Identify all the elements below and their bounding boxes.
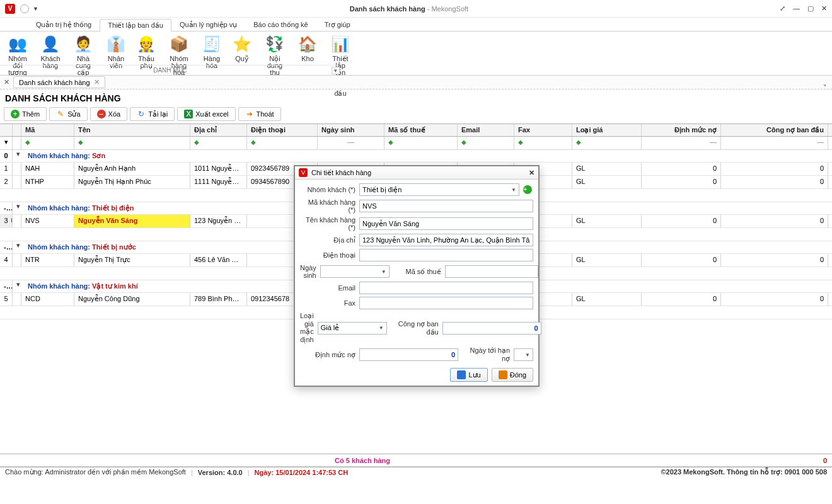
- close-button[interactable]: Đóng: [492, 368, 533, 382]
- field-loaigia[interactable]: Giá lẻ▼: [318, 322, 387, 335]
- grid-totals: Có 5 khách hàng 0: [0, 454, 832, 467]
- total-summary: Có 5 khách hàng: [0, 457, 725, 464]
- win-minimize-icon[interactable]: —: [793, 4, 800, 13]
- action-toolbar: +Thêm ✎Sửa –Xóa ↻Tải lại XXuất excel ➜Th…: [0, 107, 832, 123]
- col-congno[interactable]: Công nợ ban đầu: [721, 124, 828, 136]
- lbl-nhomkhach: Nhóm khách (*): [300, 186, 357, 193]
- filter-ns[interactable]: —: [318, 137, 384, 149]
- filter-icon: ◆: [518, 139, 523, 146]
- col-fax[interactable]: Fax: [514, 124, 572, 136]
- col-ten[interactable]: Tên: [74, 124, 190, 136]
- collapse-icon[interactable]: ▾: [13, 150, 24, 162]
- col-dienthoai[interactable]: Điện thoại: [247, 124, 318, 136]
- tab-trogiup[interactable]: Trợ giúp: [316, 18, 359, 31]
- add-button[interactable]: +Thêm: [4, 107, 47, 121]
- edit-button[interactable]: ✎Sửa: [49, 107, 87, 121]
- filter-ten[interactable]: ◆: [74, 137, 190, 149]
- dialog-app-icon: V: [299, 168, 308, 177]
- collapse-icon[interactable]: ▾: [13, 241, 24, 253]
- col-ma[interactable]: Mã: [21, 124, 74, 136]
- pencil-icon: ✎: [56, 110, 65, 118]
- qat-circle-icon[interactable]: [20, 4, 29, 13]
- field-tenkhach[interactable]: [359, 217, 533, 230]
- status-date: Ngày: 15/01/2024 1:47:53 CH: [255, 469, 349, 476]
- chevron-down-icon: ▼: [381, 269, 386, 275]
- tab-quanly[interactable]: Quản lý nghiệp vụ: [171, 18, 245, 31]
- col-diachi[interactable]: Địa chỉ: [190, 124, 247, 136]
- field-email[interactable]: [359, 282, 533, 294]
- field-ngaysinh[interactable]: ▼: [320, 265, 390, 278]
- filter-ma[interactable]: ◆: [21, 137, 74, 149]
- lbl-fax: Fax: [300, 299, 357, 307]
- collapse-icon[interactable]: ▾: [13, 280, 24, 292]
- save-button[interactable]: Lưu: [450, 368, 487, 382]
- field-ngaytoihan[interactable]: ▼: [514, 348, 533, 361]
- tab-thietlap[interactable]: Thiết lập ban đầu: [100, 19, 171, 32]
- filter-cn[interactable]: —: [721, 137, 828, 149]
- tab-quantri[interactable]: Quản trị hệ thống: [28, 18, 100, 31]
- page-title: DANH SÁCH KHÁCH HÀNG: [0, 89, 832, 107]
- chevron-down-icon: ▼: [379, 325, 384, 331]
- doc-tab-customers[interactable]: Danh sách khách hàng ✕: [13, 76, 105, 88]
- window-controls: ⤢ — ▢ ✕: [780, 4, 827, 13]
- col-masothue[interactable]: Mã số thuế: [384, 124, 458, 136]
- filter-dt[interactable]: ◆: [247, 137, 318, 149]
- collapse-icon[interactable]: ▾: [13, 202, 24, 214]
- export-excel-button[interactable]: XXuất excel: [177, 107, 235, 121]
- win-close-icon[interactable]: ✕: [821, 4, 827, 13]
- filter-icon: ◆: [194, 139, 199, 146]
- doc-tabs-collapse-icon[interactable]: ˬ: [818, 78, 832, 86]
- doc-tab-close-icon[interactable]: ✕: [94, 78, 100, 86]
- app-name: - MekongSoft: [427, 5, 468, 13]
- col-dinhmucno[interactable]: Định mức nợ: [642, 124, 721, 136]
- add-nhomkhach-button[interactable]: +: [522, 183, 533, 196]
- col-ngaysinh[interactable]: Ngày sinh: [318, 124, 384, 136]
- reload-button[interactable]: ↻Tải lại: [130, 107, 175, 121]
- filter-icon: ◆: [576, 139, 581, 146]
- filter-dc[interactable]: ◆: [190, 137, 247, 149]
- filter-icon: ◆: [78, 139, 83, 146]
- field-dinhmucno[interactable]: [359, 348, 458, 361]
- dialog-titlebar[interactable]: V Chi tiết khách hàng ✕: [295, 166, 538, 180]
- ribbon-icon: 👔: [106, 34, 126, 54]
- dialog-close-icon[interactable]: ✕: [529, 169, 534, 177]
- filter-lg[interactable]: ◆: [572, 137, 642, 149]
- ribbon-icon: 🧾: [202, 34, 222, 54]
- filter-em[interactable]: ◆: [458, 137, 514, 149]
- close-all-icon[interactable]: ✕: [0, 78, 13, 86]
- tab-baocao[interactable]: Báo cáo thống kê: [245, 18, 316, 31]
- filter-icon: ◆: [461, 139, 466, 146]
- ribbon-icon: 👤: [40, 34, 61, 54]
- filter-selector[interactable]: ▾: [0, 137, 13, 149]
- ribbon-expander-icon[interactable]: ▾: [332, 67, 340, 74]
- excel-icon: X: [184, 110, 193, 118]
- exit-button[interactable]: ➜Thoát: [238, 107, 281, 121]
- filter-icon: ◆: [388, 139, 393, 146]
- lbl-makhach: Mã khách hàng (*): [300, 198, 357, 214]
- win-shrink-icon[interactable]: ⤢: [780, 4, 785, 13]
- filter-mst[interactable]: ◆: [384, 137, 458, 149]
- filter-dm[interactable]: —: [642, 137, 721, 149]
- qat-dropdown-icon[interactable]: ▼: [33, 6, 38, 12]
- field-fax[interactable]: [359, 297, 533, 309]
- field-makhach[interactable]: [359, 200, 533, 212]
- field-dienthoai[interactable]: [359, 249, 533, 261]
- col-loaigia[interactable]: Loại giá: [572, 124, 642, 136]
- col-email[interactable]: Email: [458, 124, 514, 136]
- minus-icon: –: [97, 110, 106, 118]
- field-diachi[interactable]: [359, 234, 533, 246]
- ribbon-icon: ⭐: [232, 34, 252, 54]
- field-masothue[interactable]: [445, 265, 538, 278]
- win-maximize-icon[interactable]: ▢: [807, 4, 814, 13]
- status-welcome: Chào mừng: Administrator đến với phần mề…: [5, 468, 186, 476]
- ribbon-icon: 🧑‍💼: [73, 34, 93, 54]
- delete-button[interactable]: –Xóa: [90, 107, 128, 121]
- ribbon-tabs: Quản trị hệ thống Thiết lập ban đầu Quản…: [0, 18, 832, 32]
- field-nhomkhach[interactable]: Thiết bị điện▼: [359, 183, 519, 196]
- field-congnobd[interactable]: [442, 322, 541, 335]
- filter-fax[interactable]: ◆: [514, 137, 572, 149]
- group-row[interactable]: 0▾Nhóm khách hàng: Sơn: [0, 150, 832, 163]
- plus-icon: +: [11, 110, 20, 118]
- ribbon: 👥Nhómđốitượng👤Kháchhàng🧑‍💼Nhàcungcấp👔Nhâ…: [0, 32, 832, 76]
- ribbon-icon: 🏠: [298, 34, 318, 54]
